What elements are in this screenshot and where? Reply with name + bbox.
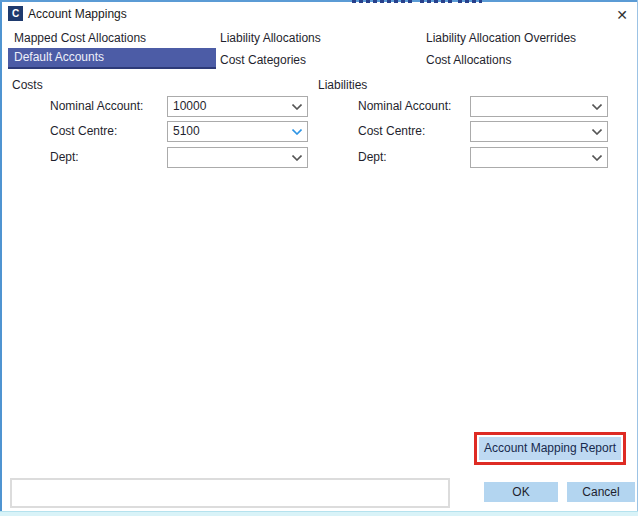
chevron-down-icon <box>592 155 602 161</box>
dialog-bottom-border <box>0 511 638 516</box>
chevron-down-icon <box>292 155 302 161</box>
tab-liability-allocation-overrides[interactable]: Liability Allocation Overrides <box>426 29 576 47</box>
dialog-top-border <box>0 0 638 2</box>
costs-nominal-account-value: 10000 <box>173 97 285 116</box>
tab-mapped-cost-allocations[interactable]: Mapped Cost Allocations <box>14 29 146 47</box>
ok-button[interactable]: OK <box>484 482 558 502</box>
tab-cost-allocations[interactable]: Cost Allocations <box>426 51 511 69</box>
window-title: Account Mappings <box>28 7 127 21</box>
chevron-down-icon <box>292 104 302 110</box>
costs-nominal-account-dropdown[interactable]: 10000 <box>167 96 308 117</box>
account-mappings-dialog: C Account Mappings ✕ Mapped Cost Allocat… <box>0 0 638 516</box>
app-icon: C <box>8 6 23 21</box>
costs-cost-centre-label: Cost Centre: <box>50 121 117 142</box>
background-window-artifact <box>458 0 482 3</box>
tab-default-accounts[interactable]: Default Accounts <box>8 48 216 69</box>
costs-cost-centre-value: 5100 <box>173 122 285 141</box>
liabilities-group-label: Liabilities <box>318 78 367 92</box>
liabilities-dept-dropdown[interactable] <box>470 147 608 168</box>
dialog-left-border <box>0 0 2 516</box>
cancel-button[interactable]: Cancel <box>567 482 635 502</box>
liabilities-cost-centre-label: Cost Centre: <box>358 121 425 142</box>
costs-dept-dropdown[interactable] <box>167 147 308 168</box>
tab-cost-categories[interactable]: Cost Categories <box>220 51 306 69</box>
tab-liability-allocations[interactable]: Liability Allocations <box>220 29 321 47</box>
liabilities-dept-label: Dept: <box>358 147 387 168</box>
close-icon[interactable]: ✕ <box>610 4 634 26</box>
account-mapping-report-button[interactable]: Account Mapping Report <box>479 437 621 460</box>
liabilities-nominal-account-label: Nominal Account: <box>358 96 451 117</box>
costs-cost-centre-dropdown[interactable]: 5100 <box>167 121 308 142</box>
costs-group-label: Costs <box>12 78 43 92</box>
costs-nominal-account-label: Nominal Account: <box>50 96 143 117</box>
footer-text-input[interactable] <box>10 478 450 508</box>
background-window-artifact <box>352 0 412 3</box>
chevron-down-icon <box>592 104 602 110</box>
background-window-artifact <box>420 0 454 3</box>
liabilities-nominal-account-dropdown[interactable] <box>470 96 608 117</box>
chevron-down-icon <box>292 129 302 135</box>
liabilities-cost-centre-dropdown[interactable] <box>470 121 608 142</box>
costs-dept-label: Dept: <box>50 147 79 168</box>
chevron-down-icon <box>592 129 602 135</box>
